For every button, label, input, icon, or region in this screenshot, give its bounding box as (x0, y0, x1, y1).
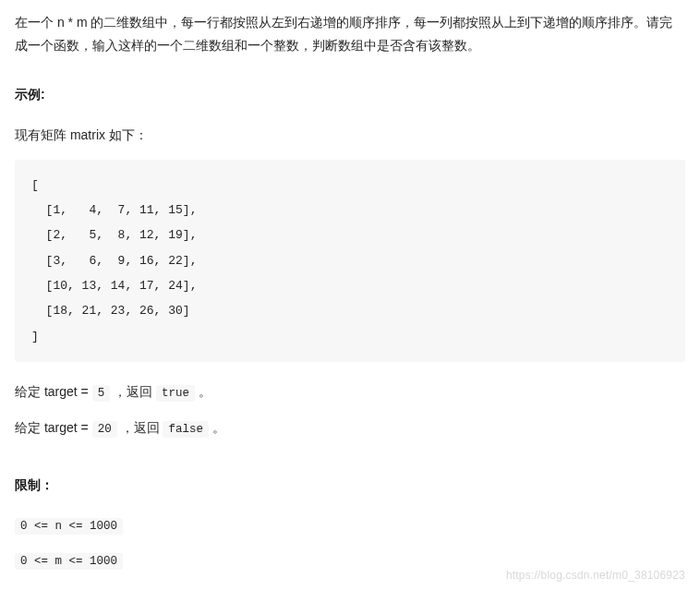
constraint-1: 0 <= n <= 1000 (15, 513, 685, 537)
case1-value: 5 (92, 385, 111, 402)
matrix-code-block: [ [1, 4, 7, 11, 15], [2, 5, 8, 12, 19], … (15, 160, 685, 362)
case1-result: true (156, 385, 195, 402)
watermark: https://blog.csdn.net/m0_38106923 (506, 566, 685, 586)
problem-description: 在一个 n * m 的二维数组中，每一行都按照从左到右递增的顺序排序，每一列都按… (15, 11, 685, 57)
example-intro: 现有矩阵 matrix 如下： (15, 124, 685, 147)
case2-prefix: 给定 target = (15, 420, 92, 435)
constraint-1-code: 0 <= n <= 1000 (15, 518, 123, 535)
constraints-title: 限制： (15, 474, 685, 497)
case1-prefix: 给定 target = (15, 384, 92, 399)
example-title: 示例: (15, 83, 685, 106)
case2-mid: ，返回 (117, 420, 163, 435)
constraint-2-code: 0 <= m <= 1000 (15, 553, 123, 570)
case2-suffix: 。 (209, 420, 225, 435)
case1-mid: ，返回 (110, 384, 156, 399)
case2-result: false (163, 421, 209, 438)
example-case-1: 给定 target = 5 ，返回 true 。 (15, 380, 685, 404)
case1-suffix: 。 (195, 384, 211, 399)
case2-value: 20 (92, 421, 117, 438)
example-case-2: 给定 target = 20 ，返回 false 。 (15, 416, 685, 440)
